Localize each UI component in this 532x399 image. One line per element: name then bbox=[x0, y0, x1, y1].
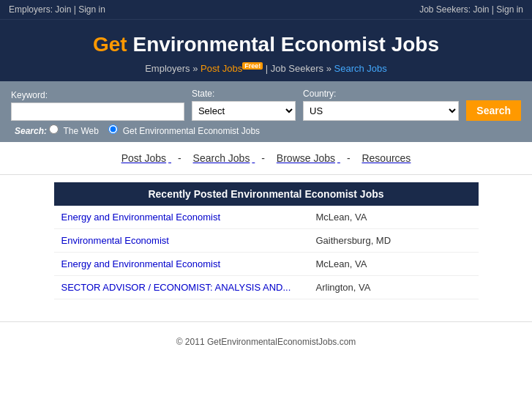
job-location-cell: Arlington, VA bbox=[309, 276, 479, 299]
job-title-cell: Energy and Environmental Economist bbox=[54, 206, 309, 229]
title-get: Get bbox=[93, 33, 127, 56]
header-nav: Employers » Post JobsFree! | Job Seekers… bbox=[7, 62, 525, 74]
state-label: State: bbox=[192, 89, 296, 99]
post-jobs-nav-label: Post Jobs bbox=[121, 152, 166, 164]
post-jobs-link[interactable]: Post JobsFree! bbox=[201, 63, 266, 74]
job-title-link[interactable]: Energy and Environmental Economist bbox=[61, 212, 221, 223]
keyword-input[interactable] bbox=[11, 102, 184, 121]
main-nav: Post Jobs - Search Jobs - Browse Jobs - … bbox=[0, 142, 532, 175]
title-rest: Environmental Economist Jobs bbox=[127, 33, 439, 56]
country-select[interactable]: US bbox=[303, 101, 459, 121]
country-field: Country: US bbox=[303, 89, 459, 121]
nav-dash1: - bbox=[178, 152, 184, 164]
search-jobs-nav-label: Search Jobs bbox=[193, 152, 250, 164]
search-options: Search: The Web Get Environmental Econom… bbox=[15, 124, 521, 136]
search-site-label: Get Environmental Economist Jobs bbox=[123, 126, 260, 136]
table-row: SECTOR ADVISOR / ECONOMIST: ANALYSIS AND… bbox=[54, 276, 479, 299]
search-bar: Keyword: State: Select Country: US Searc… bbox=[0, 81, 532, 142]
main-content: Recently Posted Environmental Economist … bbox=[54, 175, 479, 307]
table-row: Environmental Economist Gaithersburg, MD bbox=[54, 229, 479, 253]
country-label: Country: bbox=[303, 89, 459, 99]
post-jobs-label: Post Jobs bbox=[201, 63, 242, 74]
browse-jobs-nav-link[interactable]: Browse Jobs bbox=[274, 152, 340, 164]
search-web-label: The Web bbox=[64, 126, 99, 136]
search-web-radio[interactable] bbox=[49, 124, 59, 134]
search-site-radio[interactable] bbox=[108, 124, 118, 134]
recently-posted-header: Recently Posted Environmental Economist … bbox=[54, 182, 479, 206]
copyright-text: © 2011 GetEnvironmentalEconomistJobs.com bbox=[176, 337, 356, 347]
job-title-cell: SECTOR ADVISOR / ECONOMIST: ANALYSIS AND… bbox=[54, 276, 309, 299]
nav-sep2: | Job Seekers » bbox=[266, 63, 334, 74]
employers-top-link[interactable]: Employers: Join | Sign in bbox=[9, 4, 105, 15]
browse-jobs-nav-label: Browse Jobs bbox=[277, 152, 335, 164]
table-row: Energy and Environmental Economist McLea… bbox=[54, 206, 479, 229]
job-location-cell: McLean, VA bbox=[309, 206, 479, 229]
search-site-option[interactable]: Get Environmental Economist Jobs bbox=[108, 126, 260, 136]
job-title-link[interactable]: Environmental Economist bbox=[61, 235, 169, 246]
jobseekers-top-link[interactable]: Job Seekers: Join | Sign in bbox=[419, 4, 523, 15]
free-badge: Free! bbox=[242, 62, 263, 70]
job-location-cell: Gaithersburg, MD bbox=[309, 229, 479, 253]
nav-dash2: - bbox=[261, 152, 268, 164]
state-select[interactable]: Select bbox=[192, 101, 296, 121]
keyword-label: Keyword: bbox=[11, 90, 184, 100]
search-fields: Keyword: State: Select Country: US Searc… bbox=[11, 89, 521, 121]
keyword-field: Keyword: bbox=[11, 90, 184, 121]
job-title-link[interactable]: SECTOR ADVISOR / ECONOMIST: ANALYSIS AND… bbox=[61, 282, 291, 293]
site-header: Get Environmental Economist Jobs Employe… bbox=[0, 19, 532, 81]
resources-nav-label: Resources bbox=[361, 152, 411, 164]
job-title-link[interactable]: Energy and Environmental Economist bbox=[61, 258, 221, 269]
search-jobs-header-label: Search Jobs bbox=[334, 63, 387, 74]
job-location-cell: McLean, VA bbox=[309, 253, 479, 276]
search-label: Search: bbox=[15, 126, 47, 136]
table-row: Energy and Environmental Economist McLea… bbox=[54, 253, 479, 276]
search-jobs-nav-link[interactable]: Search Jobs bbox=[191, 152, 255, 164]
state-field: State: Select bbox=[192, 89, 296, 121]
site-title: Get Environmental Economist Jobs bbox=[7, 33, 525, 56]
nav-sep1: » bbox=[192, 63, 201, 74]
top-bar: Employers: Join | Sign in Job Seekers: J… bbox=[0, 0, 532, 19]
nav-employers-label: Employers bbox=[145, 63, 190, 74]
job-title-cell: Energy and Environmental Economist bbox=[54, 253, 309, 276]
site-footer: © 2011 GetEnvironmentalEconomistJobs.com bbox=[0, 321, 532, 362]
jobs-table: Energy and Environmental Economist McLea… bbox=[54, 206, 479, 299]
resources-nav-link[interactable]: Resources bbox=[359, 152, 413, 164]
post-jobs-nav-link[interactable]: Post Jobs bbox=[119, 152, 171, 164]
nav-dash3: - bbox=[347, 152, 353, 164]
search-jobs-header-link[interactable]: Search Jobs bbox=[334, 63, 387, 74]
search-button[interactable]: Search bbox=[466, 100, 521, 121]
job-title-cell: Environmental Economist bbox=[54, 229, 309, 253]
jobs-tbody: Energy and Environmental Economist McLea… bbox=[54, 206, 479, 299]
search-web-option[interactable]: The Web bbox=[49, 126, 101, 136]
